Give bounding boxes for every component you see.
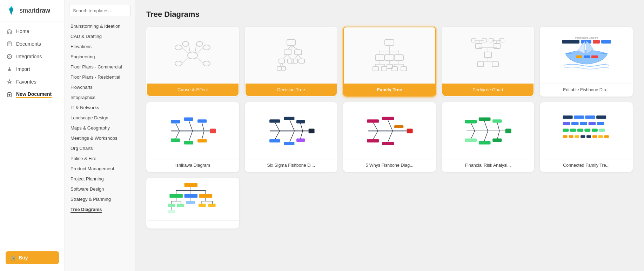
logo-area: smartdraw — [0, 0, 65, 21]
svg-line-21 — [182, 47, 188, 53]
svg-line-34 — [288, 55, 291, 59]
svg-rect-157 — [588, 122, 596, 125]
template-nav-flowcharts[interactable]: Flowcharts — [65, 82, 135, 92]
template-card-family-tree[interactable]: Family Tree — [343, 27, 436, 97]
svg-rect-166 — [569, 135, 573, 138]
template-card-six-sigma[interactable]: Six Sigma Fishbone Di... — [245, 102, 338, 172]
template-nav-elevations[interactable]: Elevations — [65, 41, 135, 52]
svg-rect-91 — [584, 55, 590, 58]
template-card-connected-family[interactable]: Connected Family Tre... — [540, 102, 633, 172]
template-nav-meetings[interactable]: Meetings & Workshops — [65, 133, 135, 143]
card-label-family-tree: Family Tree — [344, 84, 435, 96]
nav-home[interactable]: Home — [0, 25, 65, 38]
template-nav-floor-residential[interactable]: Floor Plans - Residential — [65, 72, 135, 82]
card-label-six-sigma: Six Sigma Fishbone Di... — [246, 159, 337, 171]
template-nav-brainstorming[interactable]: Brainstorming & Ideation — [65, 21, 135, 31]
template-card-wbs[interactable] — [146, 178, 239, 229]
import-icon — [6, 66, 13, 72]
svg-line-36 — [298, 55, 302, 59]
svg-line-114 — [275, 131, 280, 140]
new-doc-icon — [6, 92, 13, 98]
svg-rect-163 — [592, 128, 598, 131]
template-card-cause-effect[interactable]: Cause & Effect — [146, 27, 239, 97]
template-nav-software[interactable]: Software Design — [65, 184, 135, 194]
pedigree-preview-svg — [467, 34, 509, 77]
svg-line-126 — [388, 119, 393, 131]
svg-rect-142 — [465, 120, 477, 123]
template-nav-product[interactable]: Product Management — [65, 164, 135, 174]
svg-line-42 — [282, 63, 284, 67]
docs-icon — [6, 41, 13, 47]
template-nav-police-fire[interactable]: Police & Fire — [65, 153, 135, 164]
svg-rect-59 — [381, 67, 387, 71]
svg-line-136 — [471, 123, 475, 131]
template-nav-org-charts[interactable]: Org Charts — [65, 143, 135, 153]
card-label-financial-risk: Financial Risk Analysi... — [442, 159, 534, 171]
svg-rect-135 — [505, 128, 511, 133]
svg-rect-186 — [168, 204, 175, 207]
svg-rect-43 — [277, 67, 281, 70]
svg-line-141 — [497, 131, 499, 140]
six-sigma-preview-svg — [265, 112, 317, 150]
svg-point-20 — [196, 41, 203, 46]
buy-label: Buy — [19, 255, 28, 260]
svg-text:Picturesque Diagram: Picturesque Diagram — [575, 37, 598, 39]
search-box — [69, 5, 130, 16]
nav-documents[interactable]: Documents — [0, 38, 65, 50]
financial-risk-preview-svg — [462, 112, 514, 150]
template-nav-cad[interactable]: CAD & Drafting — [65, 31, 135, 41]
family-tree-preview-svg — [368, 34, 410, 77]
svg-rect-124 — [407, 128, 413, 133]
svg-line-113 — [300, 123, 303, 131]
svg-line-97 — [202, 122, 204, 131]
buy-button[interactable]: 🛒 Buy — [6, 251, 59, 264]
smartdraw-logo-icon — [6, 5, 17, 16]
svg-line-41 — [280, 63, 282, 67]
svg-line-100 — [202, 131, 204, 140]
nav-favorites[interactable]: Favorites — [0, 75, 65, 88]
svg-rect-103 — [197, 119, 207, 123]
fishbone-editable-preview-svg: Picturesque Diagram — [558, 34, 615, 77]
template-card-financial-risk[interactable]: Financial Risk Analysi... — [442, 102, 535, 172]
nav-new-document[interactable]: New Document — [0, 88, 65, 101]
nav-integrations-label: Integrations — [16, 54, 42, 59]
svg-line-99 — [189, 131, 193, 142]
5whys-preview-svg — [363, 112, 416, 150]
template-nav-it-networks[interactable]: IT & Networks — [65, 103, 135, 113]
svg-rect-119 — [296, 120, 305, 123]
template-nav-maps[interactable]: Maps & Geography — [65, 123, 135, 133]
template-nav-landscape[interactable]: Landscape Design — [65, 113, 135, 123]
svg-rect-154 — [563, 122, 570, 125]
template-card-decision-tree[interactable]: Decision Tree — [245, 27, 338, 97]
integrations-icon — [6, 53, 13, 60]
svg-rect-131 — [367, 139, 379, 142]
card-preview-5whys — [344, 103, 435, 159]
svg-rect-83 — [477, 62, 484, 67]
template-nav-floor-commercial[interactable]: Floor Plans - Commercial — [65, 62, 135, 72]
template-nav-strategy[interactable]: Strategy & Planning — [65, 194, 135, 204]
svg-rect-38 — [288, 59, 293, 63]
svg-rect-89 — [601, 40, 611, 44]
svg-line-125 — [373, 122, 378, 131]
wbs-preview-svg — [166, 180, 219, 219]
nav-integrations[interactable]: Integrations — [0, 50, 65, 63]
nav-import[interactable]: Import — [0, 63, 65, 75]
search-input[interactable] — [69, 6, 130, 16]
card-label-cause-effect: Cause & Effect — [147, 84, 239, 96]
nav-favorites-label: Favorites — [16, 79, 36, 85]
template-nav-project[interactable]: Project Planning — [65, 174, 135, 184]
favorites-icon — [6, 79, 13, 85]
template-card-5whys[interactable]: 5 Whys Fishbone Diag... — [343, 102, 436, 172]
template-nav-infographics[interactable]: Infographics — [65, 92, 135, 103]
template-nav-engineering[interactable]: Engineering — [65, 52, 135, 62]
svg-rect-179 — [170, 194, 183, 198]
svg-rect-130 — [382, 117, 394, 120]
template-nav-tree[interactable]: Tree Diagrams — [65, 204, 135, 214]
svg-line-137 — [484, 120, 488, 131]
template-card-fishbone-editable[interactable]: Picturesque Diagram — [540, 27, 633, 97]
template-card-ishikawa[interactable]: Ishikawa Diagram — [146, 102, 239, 172]
template-card-pedigree[interactable]: Pedigree Chart — [442, 27, 535, 97]
svg-line-96 — [189, 120, 193, 131]
card-preview-fishbone-editable: Picturesque Diagram — [541, 27, 632, 84]
svg-line-128 — [388, 131, 393, 143]
